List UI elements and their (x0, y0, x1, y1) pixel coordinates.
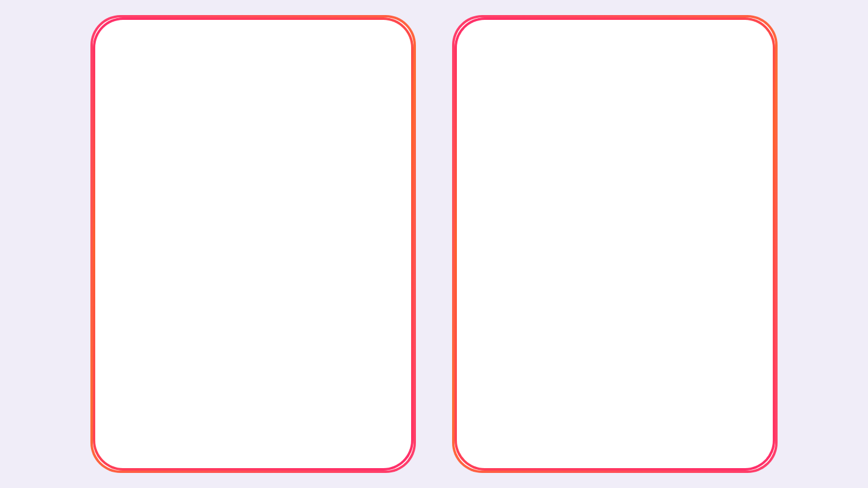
action-friend-right[interactable]: Reach out to a friend Message someone yo… (471, 245, 758, 291)
action-helpline-text-right: Contact a helpline Call or text for supp… (506, 209, 750, 234)
help-title-right: Help is available (471, 124, 758, 141)
action-list-right: Contact a helpline Call or text for supp… (471, 198, 758, 337)
chevron-friend-left: › (393, 262, 397, 275)
tab-places-right[interactable]: Places (696, 82, 773, 105)
help-title-left: Help is available (110, 124, 397, 141)
action-suggestions-right[interactable]: See suggestions from professionals outsi… (471, 291, 758, 337)
svg-rect-11 (479, 308, 483, 322)
tab-top-right[interactable]: Top (457, 82, 534, 105)
wifi-icon-left (365, 30, 375, 40)
content-left: Help is available If you or someone you … (95, 106, 411, 468)
tab-accounts-right[interactable]: Accounts (534, 82, 625, 105)
search-icon-left (116, 58, 125, 67)
phone-icon-left (110, 208, 136, 235)
chevron-suggestions-right: › (755, 308, 758, 321)
tab-tags-left[interactable]: Tags (263, 82, 333, 105)
battery-icon-right (740, 31, 756, 39)
send-icon-right (471, 255, 498, 281)
status-bar-right: 9:41 (457, 20, 773, 46)
chevron-friend-right: › (755, 262, 758, 275)
tabs-left: Top Accounts Tags Places (95, 82, 411, 106)
status-icons-right (712, 30, 756, 40)
cancel-button-right[interactable]: Cancel (729, 57, 761, 69)
search-query-right: bulimic (492, 57, 523, 69)
action-suggestions-text-right: See suggestions from professionals outsi… (506, 302, 750, 327)
action-suggestions-left[interactable]: See suggestions from professionals outsi… (110, 291, 397, 337)
help-subtitle-left: If you or someone you know may be strugg… (110, 149, 397, 177)
action-helpline-right[interactable]: Contact a helpline Call or text for supp… (471, 198, 758, 245)
search-input-right[interactable]: bulimic (469, 51, 722, 75)
phone-left: 9:41 (90, 15, 416, 473)
tab-accounts-left[interactable]: Accounts (172, 82, 263, 105)
send-icon-left (110, 255, 136, 281)
phone-right: 9:41 (452, 15, 778, 473)
signal-icon-left (351, 31, 362, 39)
content-right: Help is available If you or someone you … (457, 106, 773, 468)
tab-tags-right[interactable]: Tags (625, 82, 695, 105)
wifi-icon-right (727, 30, 737, 40)
tab-top-left[interactable]: Top (95, 82, 172, 105)
tab-places-left[interactable]: Places (334, 82, 411, 105)
help-subtitle-right: If you or someone you know may be strugg… (471, 149, 758, 177)
chevron-suggestions-left: › (393, 308, 397, 321)
signal-icon-right (712, 31, 723, 39)
status-icons-left (351, 30, 394, 40)
svg-rect-5 (117, 308, 122, 322)
search-icon-right (477, 58, 487, 67)
action-friend-text-left: Reach out to a friend Message someone yo… (145, 255, 388, 281)
chevron-helpline-left: › (393, 216, 397, 228)
battery-icon-left (379, 31, 394, 39)
action-friend-text-right: Reach out to a friend Message someone yo… (506, 255, 750, 281)
status-time-right: 9:41 (474, 28, 495, 41)
search-bar-right: bulimic Cancel (457, 46, 773, 82)
search-query-left: self-harm thoughts (130, 57, 213, 69)
book-icon-right (471, 301, 498, 328)
status-time-left: 9:41 (112, 28, 133, 41)
tabs-right: Top Accounts Tags Places (457, 82, 773, 106)
status-bar-left: 9:41 (95, 20, 411, 46)
cancel-button-left[interactable]: Cancel (367, 57, 399, 69)
search-bar-left: self-harm thoughts Cancel (95, 46, 411, 82)
chevron-helpline-right: › (755, 216, 758, 228)
action-helpline-text-left: Contact a helpline Call or text for supp… (145, 209, 388, 234)
search-input-left[interactable]: self-harm thoughts (107, 51, 360, 75)
phone-icon-right (471, 208, 498, 235)
action-helpline-left[interactable]: Contact a helpline Call or text for supp… (110, 198, 397, 245)
book-icon-left (110, 301, 136, 328)
action-suggestions-text-left: See suggestions from professionals outsi… (145, 302, 388, 327)
action-list-left: Contact a helpline Call or text for supp… (110, 198, 397, 337)
action-friend-left[interactable]: Reach out to a friend Message someone yo… (110, 245, 397, 291)
